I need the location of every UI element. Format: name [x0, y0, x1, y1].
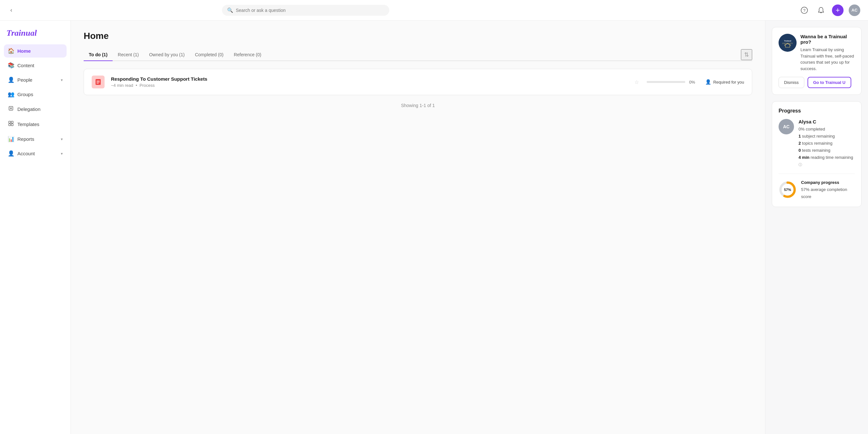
home-icon: 🏠: [8, 47, 14, 54]
progress-card-title: Progress: [779, 108, 855, 114]
topbar-right: ? + AC: [799, 4, 860, 16]
tests-remaining: 0: [799, 148, 801, 153]
promo-description: Learn Trainual by using Trainual with fr…: [800, 46, 855, 72]
tab-reference[interactable]: Reference (0): [229, 49, 267, 61]
account-icon: 👤: [8, 150, 14, 157]
tab-todo[interactable]: To do (1): [84, 49, 113, 61]
user-avatar[interactable]: AC: [849, 4, 860, 16]
info-icon: ⓘ: [799, 163, 802, 167]
svg-rect-6: [11, 121, 13, 123]
trainual-university-logo: Trainual UNIVERSITY: [779, 34, 797, 52]
groups-icon: 👥: [8, 91, 14, 98]
svg-rect-10: [96, 81, 100, 81]
sidebar: Trainual 🏠 Home 📚 Content 👤 People ▾ 👥 G…: [0, 21, 71, 434]
chevron-down-icon-account: ▾: [61, 152, 63, 156]
sidebar-item-people-label: People: [18, 77, 32, 82]
svg-text:Trainual: Trainual: [784, 40, 792, 42]
sidebar-item-home-label: Home: [18, 48, 31, 54]
reports-icon: 📊: [8, 136, 14, 142]
user-stats: 0% completed 1 subject remaining 2 topic…: [799, 126, 855, 168]
sidebar-item-groups[interactable]: 👥 Groups: [4, 88, 67, 101]
reading-time: 4 min: [799, 155, 809, 160]
user-name: Alysa C: [799, 119, 855, 125]
search-bar: 🔍: [222, 5, 389, 16]
people-icon: 👤: [8, 76, 14, 83]
page-title: Home: [84, 31, 752, 41]
svg-rect-8: [11, 124, 13, 126]
sidebar-item-content-label: Content: [18, 63, 34, 68]
donut-chart: 57%: [779, 181, 797, 199]
required-icon: 👤: [705, 79, 711, 85]
right-panel: Trainual UNIVERSITY Wanna be a Trainual …: [765, 21, 868, 434]
sidebar-item-people[interactable]: 👤 People ▾: [4, 73, 67, 87]
read-time: ~4 min read: [111, 83, 133, 88]
star-button[interactable]: ☆: [633, 78, 640, 87]
search-icon: 🔍: [227, 7, 233, 13]
chevron-down-icon-reports: ▾: [61, 137, 63, 141]
app-logo: Trainual: [4, 26, 67, 43]
progress-card: Progress AC Alysa C 0% completed 1 subje…: [772, 101, 862, 207]
progress-percent: 0%: [689, 80, 699, 85]
sidebar-item-home[interactable]: 🏠 Home: [4, 44, 67, 58]
sidebar-item-templates-label: Templates: [18, 122, 39, 127]
promo-card: Trainual UNIVERSITY Wanna be a Trainual …: [772, 27, 862, 95]
sidebar-item-reports[interactable]: 📊 Reports ▾: [4, 132, 67, 146]
add-button[interactable]: +: [832, 4, 843, 16]
promo-header: Trainual UNIVERSITY Wanna be a Trainual …: [779, 34, 855, 72]
app-layout: Trainual 🏠 Home 📚 Content 👤 People ▾ 👥 G…: [0, 21, 868, 434]
required-badge: 👤 Required for you: [705, 79, 744, 85]
chevron-down-icon: ▾: [61, 78, 63, 82]
sidebar-item-reports-label: Reports: [18, 136, 34, 142]
sidebar-item-account-label: Account: [18, 151, 35, 156]
sort-button[interactable]: ⇅: [741, 49, 752, 60]
main-content: Home To do (1) Recent (1) Owned by you (…: [71, 21, 765, 434]
svg-rect-11: [96, 82, 100, 82]
required-label: Required for you: [713, 80, 744, 85]
sidebar-item-account[interactable]: 👤 Account ▾: [4, 147, 67, 160]
user-progress: AC Alysa C 0% completed 1 subject remain…: [779, 119, 855, 168]
subjects-remaining: 1: [799, 134, 801, 139]
help-button[interactable]: ?: [799, 4, 810, 16]
company-progress: 57% Company progress 57% average complet…: [779, 174, 855, 200]
tab-recent[interactable]: Recent (1): [113, 49, 144, 61]
tab-owned[interactable]: Owned by you (1): [144, 49, 190, 61]
svg-rect-7: [9, 124, 11, 126]
sidebar-item-delegation[interactable]: Delegation: [4, 102, 67, 116]
content-info: Responding To Customer Support Tickets ~…: [111, 76, 627, 88]
dismiss-button[interactable]: Dismiss: [779, 77, 804, 88]
company-pct: 57%: [801, 187, 809, 192]
promo-text: Wanna be a Trainual pro? Learn Trainual …: [800, 34, 855, 72]
user-avatar-progress: AC: [779, 119, 794, 134]
templates-icon: [8, 121, 14, 128]
progress-bar: [647, 81, 685, 83]
content-meta: ~4 min read • Process: [111, 83, 627, 88]
progress-section: 0%: [647, 80, 699, 85]
tabs-bar: To do (1) Recent (1) Owned by you (1) Co…: [84, 49, 752, 61]
goto-trainual-u-button[interactable]: Go to Trainual U: [808, 77, 851, 88]
topics-remaining: 2: [799, 141, 801, 146]
showing-text: Showing 1-1 of 1: [84, 103, 752, 108]
sidebar-item-delegation-label: Delegation: [18, 106, 40, 112]
company-progress-title: Company progress: [801, 180, 839, 185]
sidebar-item-groups-label: Groups: [18, 92, 33, 97]
sidebar-item-content[interactable]: 📚 Content: [4, 59, 67, 72]
svg-rect-5: [9, 121, 11, 123]
content-thumbnail: [92, 75, 104, 89]
user-progress-stats: Alysa C 0% completed 1 subject remaining…: [799, 119, 855, 168]
content-icon: 📚: [8, 62, 14, 69]
topbar: ‹ 🔍 ? + AC: [0, 0, 868, 21]
sidebar-toggle-button[interactable]: ‹: [8, 5, 15, 15]
promo-actions: Dismiss Go to Trainual U: [779, 77, 855, 88]
svg-rect-12: [96, 83, 99, 84]
company-stats: Company progress 57% average completion …: [801, 179, 855, 200]
content-type: Process: [140, 83, 155, 88]
sidebar-item-templates[interactable]: Templates: [4, 118, 67, 131]
content-title: Responding To Customer Support Tickets: [111, 76, 627, 82]
completed-pct: 0%: [799, 127, 805, 132]
promo-title: Wanna be a Trainual pro?: [800, 34, 855, 45]
search-input[interactable]: [236, 8, 384, 13]
content-item: Responding To Customer Support Tickets ~…: [84, 69, 752, 95]
notifications-button[interactable]: [815, 4, 827, 16]
tab-completed[interactable]: Completed (0): [190, 49, 229, 61]
svg-text:?: ?: [803, 8, 805, 13]
